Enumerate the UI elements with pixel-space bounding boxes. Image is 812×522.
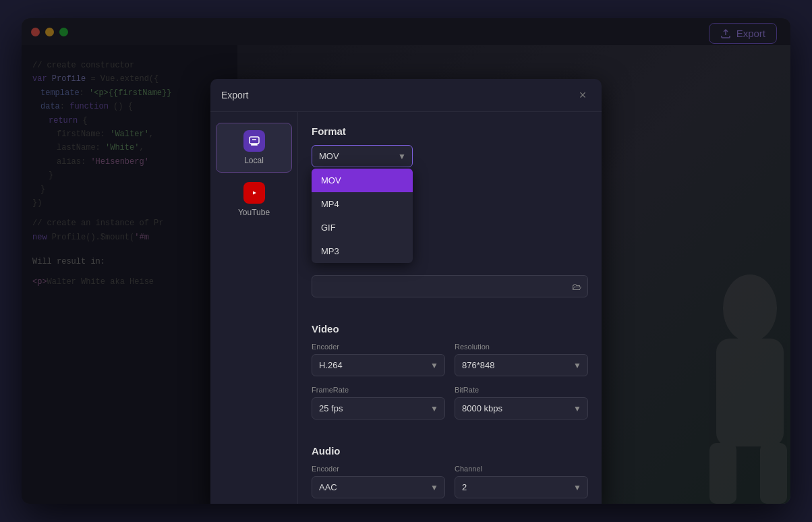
channel-field: Channel 1 2 6 ▼ [455,465,588,498]
dialog-title: Export [221,90,248,100]
dialog-header: Export × [210,79,602,112]
video-settings-grid: Encoder H.264 H.265 ProRes ▼ [312,343,588,419]
resolution-select-wrapper: 876*848 1920*1080 1280*720 ▼ [455,354,588,376]
encoder-select[interactable]: H.264 H.265 ProRes [312,354,445,376]
dropdown-item-gif[interactable]: GIF [312,216,413,239]
sidebar-item-youtube[interactable]: YouTube [216,175,292,224]
framerate-select[interactable]: 25 fps 30 fps 60 fps [312,397,445,419]
framerate-label: FrameRate [312,386,445,394]
youtube-icon [243,182,265,204]
audio-section: Audio Encoder AAC MP3 FLAC [312,445,588,504]
video-section-label: Video [312,323,588,335]
dropdown-item-mp3[interactable]: MP3 [312,239,413,263]
dropdown-item-mov[interactable]: MOV [312,169,413,192]
encoder-label: Encoder [312,343,445,351]
youtube-label: YouTube [238,208,270,217]
video-bitrate-select[interactable]: 8000 kbps 4000 kbps 16000 kbps [455,397,588,419]
audio-encoder-field: Encoder AAC MP3 FLAC ▼ [312,465,445,498]
dialog-sidebar: Local YouTube [210,112,298,504]
audio-encoder-select[interactable]: AAC MP3 FLAC [312,476,445,498]
audio-section-label: Audio [312,445,588,457]
filepath-row: 🗁 [312,275,588,297]
export-dialog: Export × Local [210,79,602,504]
video-bitrate-select-wrapper: 8000 kbps 4000 kbps 16000 kbps ▼ [455,397,588,419]
format-section: Format MOV MP4 GIF MP3 ▼ MOV [312,125,588,167]
framerate-field: FrameRate 25 fps 30 fps 60 fps ▼ [312,386,445,419]
encoder-select-wrapper: H.264 H.265 ProRes ▼ [312,354,445,376]
folder-icon: 🗁 [572,281,581,292]
encoder-field: Encoder H.264 H.265 ProRes ▼ [312,343,445,376]
audio-encoder-select-wrapper: AAC MP3 FLAC ▼ [312,476,445,498]
youtube-icon-svg [248,187,260,199]
video-bitrate-label: BitRate [455,386,588,394]
filepath-input[interactable] [312,275,588,297]
format-select[interactable]: MOV MP4 GIF MP3 [312,145,413,167]
format-dropdown: MOV MP4 GIF MP3 [312,169,413,263]
dialog-main: Format MOV MP4 GIF MP3 ▼ MOV [298,112,602,504]
video-bitrate-field: BitRate 8000 kbps 4000 kbps 16000 kbps ▼ [455,386,588,419]
format-label: Format [312,125,588,137]
local-icon-svg [248,135,260,147]
sidebar-item-local[interactable]: Local [216,123,292,173]
audio-encoder-label: Encoder [312,465,445,473]
filepath-wrapper: 🗁 [312,275,588,297]
local-icon [243,130,265,152]
framerate-select-wrapper: 25 fps 30 fps 60 fps ▼ [312,397,445,419]
video-section: Video Encoder H.264 H.265 ProRes [312,323,588,419]
dialog-body: Local YouTube [210,112,602,504]
resolution-field: Resolution 876*848 1920*1080 1280*720 ▼ [455,343,588,376]
dialog-close-button[interactable]: × [575,87,591,103]
audio-settings-grid: Encoder AAC MP3 FLAC ▼ [312,465,588,504]
dropdown-item-mp4[interactable]: MP4 [312,192,413,216]
channel-select-wrapper: 1 2 6 ▼ [455,476,588,498]
resolution-label: Resolution [455,343,588,351]
app-window: Export // create constructor var Profile… [22,18,790,504]
resolution-select[interactable]: 876*848 1920*1080 1280*720 [455,354,588,376]
channel-select[interactable]: 1 2 6 [455,476,588,498]
format-select-wrapper: MOV MP4 GIF MP3 ▼ MOV MP4 GIF [312,145,413,167]
dialog-backdrop: Export × Local [22,45,790,504]
local-label: Local [244,156,264,165]
channel-label: Channel [455,465,588,473]
svg-rect-4 [250,137,259,144]
